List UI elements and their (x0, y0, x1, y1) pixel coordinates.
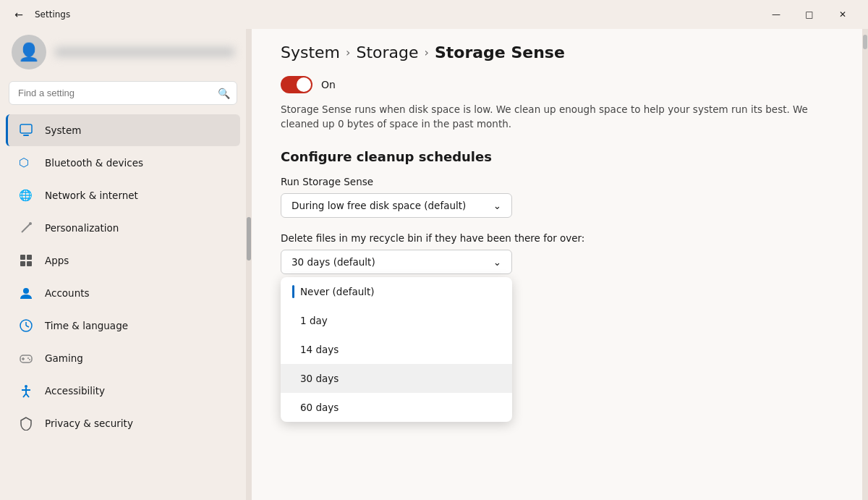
recycle-bin-dropdown-menu: Never (default)1 day14 days30 days60 day… (281, 277, 512, 422)
svg-point-17 (27, 357, 29, 359)
breadcrumb-sep2: › (425, 46, 429, 59)
sidebar-scrollbar[interactable] (246, 29, 252, 500)
avatar: 👤 (12, 35, 46, 69)
option-label-1day: 1 day (300, 315, 328, 326)
dropdown-option-30days[interactable]: 30 days (281, 364, 512, 393)
dropdown-option-1day[interactable]: 1 day (281, 306, 512, 335)
privacy-icon (17, 415, 35, 432)
main-scrollbar[interactable] (862, 29, 868, 500)
dropdown-option-14days[interactable]: 14 days (281, 335, 512, 364)
sidebar-item-personalization[interactable]: Personalization (6, 212, 240, 244)
breadcrumb-sep1: › (346, 46, 350, 59)
run-storage-sense-label: Run Storage Sense (281, 176, 833, 187)
apps-icon (17, 252, 35, 269)
sidebar-item-apps[interactable]: Apps (6, 245, 240, 276)
personalization-icon (17, 219, 35, 237)
network-icon: 🌐 (17, 187, 35, 204)
sidebar-item-system[interactable]: System (6, 114, 240, 146)
sidebar-nav: System⬡Bluetooth & devices🌐Network & int… (0, 111, 246, 494)
sidebar-item-label-network: Network & internet (45, 190, 138, 201)
dropdown-option-60days[interactable]: 60 days (281, 393, 512, 422)
sidebar-item-gaming[interactable]: Gaming (6, 342, 240, 374)
svg-rect-0 (20, 124, 32, 133)
option-indicator (292, 343, 294, 356)
user-section: 👤 (0, 29, 246, 81)
titlebar: ← Settings — □ ✕ (0, 0, 868, 29)
svg-rect-1 (23, 135, 29, 136)
sidebar-item-label-accounts: Accounts (45, 287, 90, 299)
svg-rect-9 (27, 261, 32, 266)
chevron-down-icon-2: ⌄ (493, 256, 501, 268)
maximize-button[interactable]: □ (793, 3, 826, 26)
app-title: Settings (35, 9, 70, 20)
sidebar: 👤 🔍 System⬡Bluetooth & devices🌐Network &… (0, 29, 246, 500)
sidebar-item-privacy[interactable]: Privacy & security (6, 407, 240, 439)
svg-point-10 (23, 288, 29, 294)
dropdown-option-never[interactable]: Never (default) (281, 277, 512, 306)
option-label-30days: 30 days (300, 373, 339, 384)
svg-line-4 (22, 224, 30, 232)
svg-rect-8 (20, 261, 25, 266)
main-scrollbar-thumb (863, 35, 867, 49)
user-icon: 👤 (18, 42, 40, 62)
breadcrumb-system: System (281, 43, 340, 62)
svg-line-23 (26, 394, 29, 397)
storage-sense-toggle-row: On (281, 76, 833, 93)
run-storage-sense-value: During low free disk space (default) (292, 200, 466, 211)
breadcrumb: System › Storage › Storage Sense (281, 43, 833, 62)
system-icon (17, 122, 35, 139)
sidebar-item-accounts[interactable]: Accounts (6, 277, 240, 309)
toggle-on-label: On (321, 79, 336, 90)
accounts-icon (17, 284, 35, 302)
sidebar-item-time[interactable]: Time & language (6, 310, 240, 342)
app-layout: 👤 🔍 System⬡Bluetooth & devices🌐Network &… (0, 29, 868, 500)
svg-text:🌐: 🌐 (19, 189, 33, 202)
back-button[interactable]: ← (9, 4, 29, 25)
sidebar-item-network[interactable]: 🌐Network & internet (6, 179, 240, 211)
option-indicator (292, 401, 294, 414)
svg-point-19 (25, 385, 27, 388)
svg-rect-7 (27, 255, 32, 260)
svg-rect-6 (20, 255, 25, 260)
gaming-icon (17, 349, 35, 367)
option-indicator (292, 372, 294, 385)
option-label-14days: 14 days (300, 344, 339, 355)
search-icon: 🔍 (218, 88, 230, 99)
sidebar-item-label-accessibility: Accessibility (45, 385, 105, 397)
minimize-button[interactable]: — (760, 3, 793, 26)
search-box: 🔍 (9, 81, 237, 105)
sidebar-item-label-bluetooth: Bluetooth & devices (45, 157, 143, 169)
user-name (55, 47, 234, 57)
scrollbar-thumb (247, 217, 251, 260)
time-icon (17, 317, 35, 334)
search-input[interactable] (9, 81, 237, 105)
close-button[interactable]: ✕ (826, 3, 859, 26)
run-storage-sense-dropdown[interactable]: During low free disk space (default) ⌄ (281, 193, 512, 218)
recycle-bin-label: Delete files in my recycle bin if they h… (281, 232, 833, 244)
bluetooth-icon: ⬡ (17, 154, 35, 171)
svg-text:⬡: ⬡ (19, 156, 29, 169)
sidebar-item-bluetooth[interactable]: ⬡Bluetooth & devices (6, 147, 240, 179)
run-storage-sense-dropdown-container: During low free disk space (default) ⌄ (281, 193, 833, 218)
section-title: Configure cleanup schedules (281, 149, 833, 164)
svg-line-13 (26, 326, 29, 327)
option-label-never: Never (default) (300, 286, 375, 297)
option-indicator (292, 285, 294, 298)
sidebar-item-label-gaming: Gaming (45, 352, 83, 364)
sidebar-item-label-system: System (45, 124, 81, 136)
sidebar-item-accessibility[interactable]: Accessibility (6, 375, 240, 407)
breadcrumb-storage: Storage (356, 43, 418, 62)
recycle-bin-dropdown-container: 30 days (default) ⌄ Never (default)1 day… (281, 250, 833, 274)
accessibility-icon (17, 382, 35, 399)
breadcrumb-current: Storage Sense (435, 43, 565, 62)
storage-sense-description: Storage Sense runs when disk space is lo… (281, 102, 833, 132)
sidebar-item-label-time: Time & language (45, 320, 128, 331)
sidebar-item-label-privacy: Privacy & security (45, 418, 133, 429)
sidebar-item-label-personalization: Personalization (45, 222, 119, 234)
chevron-down-icon: ⌄ (493, 200, 501, 211)
sidebar-item-label-apps: Apps (45, 255, 69, 266)
svg-point-5 (29, 222, 32, 225)
recycle-bin-dropdown[interactable]: 30 days (default) ⌄ (281, 250, 512, 274)
storage-sense-toggle[interactable] (281, 76, 312, 93)
option-indicator (292, 314, 294, 327)
